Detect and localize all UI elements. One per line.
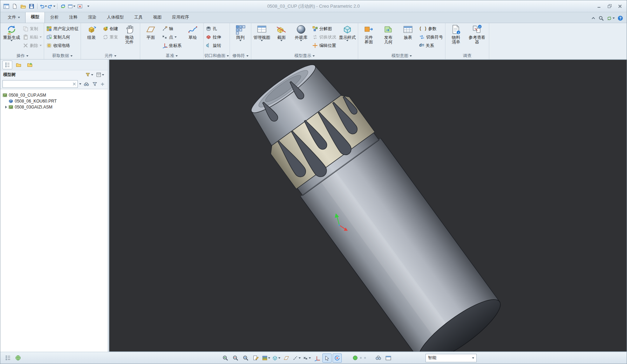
datum-point-button[interactable]: 点 (161, 33, 183, 41)
help-icon[interactable]: ? (618, 15, 623, 21)
drag-components-button[interactable]: 拖动元件 (120, 23, 139, 45)
datum-point-display-icon[interactable] (302, 354, 311, 363)
display-style-button[interactable]: 显示样式 (338, 23, 357, 42)
group-label-component[interactable]: 元件 (82, 52, 139, 59)
repeat-button[interactable]: 重复 (101, 33, 120, 41)
select-items-icon[interactable] (322, 354, 332, 363)
datum-plane-button[interactable]: 平面 (141, 23, 161, 41)
delete-button[interactable]: 删除 (21, 41, 43, 50)
manage-views-button[interactable]: 管理视图 (252, 23, 272, 42)
datum-axis-display-icon[interactable] (292, 354, 301, 363)
sync-icon[interactable] (607, 16, 615, 21)
find-icon[interactable] (374, 354, 383, 363)
datum-csys-button[interactable]: 坐标系 (161, 41, 183, 50)
favorites-tab-icon[interactable] (25, 61, 35, 69)
open-file-icon[interactable] (19, 2, 27, 10)
relations-button[interactable]: d=关系 (418, 41, 444, 50)
refit-icon[interactable] (241, 354, 250, 363)
close-button[interactable] (615, 3, 625, 10)
tab-analysis[interactable]: 分析 (45, 12, 64, 23)
tree-settings-icon[interactable] (95, 72, 105, 78)
datum-csys-display-icon[interactable] (312, 354, 321, 363)
group-label-get-data[interactable]: 获取数据 (45, 52, 80, 59)
tab-annotate[interactable]: 注释 (64, 12, 83, 23)
qat-customize-icon[interactable] (84, 2, 92, 10)
app-icon[interactable] (2, 2, 10, 10)
web-browser-toggle-icon[interactable] (13, 354, 22, 363)
tab-view[interactable]: 视图 (148, 12, 167, 23)
display-style-quick-icon[interactable] (272, 354, 281, 363)
close-window-icon[interactable] (76, 2, 84, 10)
publish-geometry-button[interactable]: 发布几何 (379, 23, 398, 45)
tree-item-assembly-root[interactable]: 0508_03_CUP.ASM (2, 92, 106, 98)
paste-button[interactable]: 粘贴 (21, 33, 43, 41)
extrude-button[interactable]: 拉伸 (204, 33, 223, 41)
regenerate-quick-icon[interactable] (59, 2, 67, 10)
spin-center-toggle-icon[interactable] (333, 354, 342, 363)
group-label-modifiers[interactable]: 修饰符 (231, 52, 250, 59)
find-in-tree-icon[interactable] (83, 81, 90, 87)
search-icon[interactable] (599, 16, 604, 21)
datum-axis-button[interactable]: 轴 (161, 24, 183, 33)
copy-button[interactable]: 复制 (21, 24, 43, 33)
tree-filters-icon[interactable] (84, 72, 94, 78)
search-input[interactable] (4, 81, 71, 87)
minimize-button[interactable] (594, 3, 604, 10)
component-interface-button[interactable]: 元件界面 (359, 23, 379, 45)
model-tree-tab-icon[interactable] (2, 61, 12, 69)
reference-viewer-button[interactable]: i 参考查看器 (466, 23, 488, 45)
shrinkwrap-button[interactable]: 收缩包络 (45, 41, 80, 50)
parameters-button[interactable]: ( )参数 (418, 24, 444, 33)
annotation-display-icon[interactable] (251, 354, 260, 363)
group-label-operate[interactable]: 操作 (2, 52, 43, 59)
new-file-icon[interactable] (11, 2, 19, 10)
appearance-gallery-button[interactable]: 外观库 (291, 23, 311, 42)
zoom-in-icon[interactable] (221, 354, 230, 363)
hole-button[interactable]: 孔 (204, 24, 223, 33)
undo-icon[interactable] (39, 2, 47, 10)
create-component-button[interactable]: 创建 (101, 24, 120, 33)
tab-render[interactable]: 渲染 (83, 12, 102, 23)
smart-filter-select[interactable]: 智能 (425, 354, 477, 362)
tree-filter-funnel-icon[interactable] (91, 81, 98, 87)
group-label-model-intent[interactable]: 模型意图 (359, 52, 444, 59)
tree-item-subassembly[interactable]: 0508_03GAIZI.ASM (2, 104, 106, 110)
navigator-toggle-icon[interactable] (3, 354, 12, 363)
tab-file[interactable]: 文件 (2, 12, 25, 23)
regenerate-button[interactable]: 重新生成 (2, 23, 21, 42)
folder-browser-tab-icon[interactable] (14, 61, 23, 69)
switch-symbols-button[interactable]: 切换符号 (418, 33, 444, 41)
copy-geometry-button[interactable]: 复制几何 (45, 33, 80, 41)
window-switch-icon[interactable] (68, 2, 75, 10)
revolve-button[interactable]: 旋转 (204, 41, 223, 50)
family-table-button[interactable]: 族表 (398, 23, 418, 41)
layers-icon[interactable] (261, 354, 271, 363)
udf-button[interactable]: 用户定义特征 (45, 24, 80, 33)
bom-button[interactable]: i 物料清单 (446, 23, 466, 45)
expand-arrow-icon[interactable] (5, 106, 7, 108)
sketch-button[interactable]: 草绘 (183, 23, 203, 41)
section-button[interactable]: 截面 (272, 23, 291, 42)
tree-item-part[interactable]: 0508_06_KOU60.PRT (2, 98, 106, 104)
group-label-datum[interactable]: 基准 (141, 52, 203, 59)
tab-model[interactable]: 模型 (25, 12, 45, 23)
zoom-out-icon[interactable] (231, 354, 240, 363)
search-options-caret-icon[interactable] (79, 83, 81, 85)
assemble-button[interactable]: 组装 (82, 23, 101, 41)
graphics-viewport[interactable] (109, 59, 627, 352)
tab-tools[interactable]: 工具 (129, 12, 148, 23)
group-label-investigate[interactable]: 调查 (446, 52, 488, 59)
collapse-ribbon-icon[interactable] (591, 16, 596, 20)
redo-icon[interactable] (48, 2, 55, 10)
restore-button[interactable] (605, 3, 614, 10)
exploded-view-button[interactable]: 分解图 (311, 24, 338, 33)
switch-status-button[interactable]: 切换状况 (311, 33, 338, 41)
save-icon[interactable] (28, 2, 35, 10)
pattern-button[interactable]: 阵列 (231, 23, 250, 42)
edit-position-button[interactable]: 编辑位置 (311, 41, 338, 50)
group-label-cut-surface[interactable]: 切口和曲面 (204, 52, 229, 59)
tab-applications[interactable]: 应用程序 (167, 12, 194, 23)
clear-search-icon[interactable] (73, 82, 76, 86)
window-icon[interactable] (384, 354, 393, 363)
tab-manikin[interactable]: 人体模型 (102, 12, 129, 23)
